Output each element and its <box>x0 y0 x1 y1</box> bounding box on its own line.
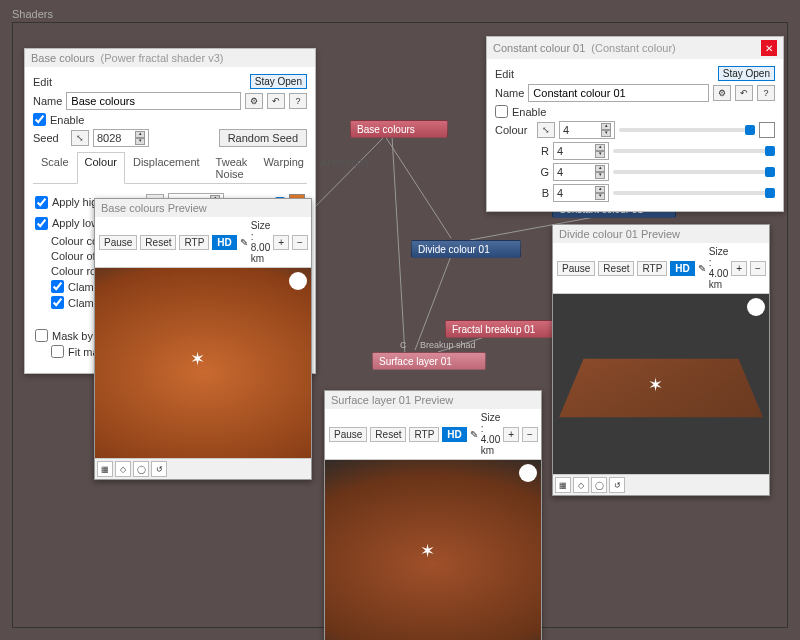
hd-button[interactable]: HD <box>442 427 466 442</box>
fit-mask-checkbox[interactable] <box>51 345 64 358</box>
b-slider[interactable] <box>613 191 775 195</box>
reset-button[interactable]: Reset <box>140 235 176 250</box>
node-fractal-breakup[interactable]: Fractal breakup 01 <box>445 320 569 338</box>
g-slider[interactable] <box>613 170 775 174</box>
tab-warping[interactable]: Warping <box>255 152 312 184</box>
name-input[interactable] <box>528 84 709 102</box>
tool-icon[interactable]: ◇ <box>573 477 589 493</box>
tool-icon[interactable]: ▦ <box>555 477 571 493</box>
minus-button[interactable]: − <box>750 261 766 276</box>
size-label: Size : 8.00 km <box>251 220 270 264</box>
random-seed-button[interactable]: Random Seed <box>219 129 307 147</box>
reset-button[interactable]: Reset <box>598 261 634 276</box>
preview-title: Base colours Preview <box>95 199 311 217</box>
enable-checkbox[interactable] <box>495 105 508 118</box>
panel-title: Base colours <box>31 52 95 64</box>
plus-button[interactable]: + <box>503 427 519 442</box>
settings-icon[interactable]: ⚙ <box>713 85 731 101</box>
g-input[interactable]: 4▴▾ <box>553 163 609 181</box>
hd-button[interactable]: HD <box>670 261 694 276</box>
size-label: Size : 4.00 km <box>481 412 500 456</box>
undo-icon[interactable]: ↶ <box>735 85 753 101</box>
name-label: Name <box>33 95 62 107</box>
tab-scale[interactable]: Scale <box>33 152 77 184</box>
pause-button[interactable]: Pause <box>557 261 595 276</box>
r-input[interactable]: 4▴▾ <box>553 142 609 160</box>
reset-button[interactable]: Reset <box>370 427 406 442</box>
minus-button[interactable]: − <box>522 427 538 442</box>
tool-icon[interactable]: ↺ <box>151 461 167 477</box>
size-label: Size : 4.00 km <box>709 246 728 290</box>
preview-title: Surface layer 01 Preview <box>325 391 541 409</box>
help-icon[interactable]: ? <box>757 85 775 101</box>
undo-icon[interactable]: ↶ <box>267 93 285 109</box>
tool-icon[interactable]: ↺ <box>609 477 625 493</box>
preview-title: Divide colour 01 Preview <box>553 225 769 243</box>
clamp1-checkbox[interactable] <box>51 280 64 293</box>
colour-swatch[interactable] <box>759 122 775 138</box>
brush-icon[interactable]: ✎ <box>470 429 478 440</box>
stay-open-button[interactable]: Stay Open <box>718 66 775 81</box>
plus-button[interactable]: + <box>731 261 747 276</box>
stay-open-button[interactable]: Stay Open <box>250 74 307 89</box>
colour-label: Colour <box>495 124 533 136</box>
rtp-button[interactable]: RTP <box>409 427 439 442</box>
enable-label: Enable <box>50 114 84 126</box>
pause-button[interactable]: Pause <box>329 427 367 442</box>
edit-menu[interactable]: Edit <box>495 68 514 80</box>
colour-input[interactable]: 4▴▾ <box>559 121 615 139</box>
tab-displacement[interactable]: Displacement <box>125 152 208 184</box>
mask-checkbox[interactable] <box>35 329 48 342</box>
rtp-button[interactable]: RTP <box>637 261 667 276</box>
colour-slider[interactable] <box>619 128 755 132</box>
sun-icon[interactable] <box>289 272 307 290</box>
enable-checkbox[interactable] <box>33 113 46 126</box>
tab-animation[interactable]: Animation <box>312 152 377 184</box>
close-icon[interactable]: ✕ <box>761 40 777 56</box>
panel-subtitle: (Power fractal shader v3) <box>101 52 224 64</box>
tool-icon[interactable]: ◇ <box>115 461 131 477</box>
node-port-c: C <box>400 340 407 350</box>
clamp2-checkbox[interactable] <box>51 296 64 309</box>
plus-button[interactable]: + <box>273 235 289 250</box>
panel-title: Constant colour 01 <box>493 42 585 54</box>
tab-tweak-noise[interactable]: Tweak Noise <box>208 152 256 184</box>
panel-subtitle: (Constant colour) <box>591 42 675 54</box>
apply-low-checkbox[interactable] <box>35 217 48 230</box>
minus-button[interactable]: − <box>292 235 308 250</box>
tool-icon[interactable]: ◯ <box>591 477 607 493</box>
seed-label: Seed <box>33 132 67 144</box>
help-icon[interactable]: ? <box>289 93 307 109</box>
brush-icon[interactable]: ✎ <box>698 263 706 274</box>
edit-menu[interactable]: Edit <box>33 76 52 88</box>
seed-mode-icon[interactable]: ⤡ <box>71 130 89 146</box>
rtp-button[interactable]: RTP <box>179 235 209 250</box>
brush-icon[interactable]: ✎ <box>240 237 248 248</box>
tool-icon[interactable]: ◯ <box>133 461 149 477</box>
name-input[interactable] <box>66 92 241 110</box>
colour-co-label: Colour co <box>51 235 98 247</box>
shaders-header: Shaders <box>12 8 53 20</box>
seed-input[interactable]: 8028▴▾ <box>93 129 149 147</box>
r-slider[interactable] <box>613 149 775 153</box>
node-base-colours[interactable]: Base colours <box>350 120 448 138</box>
sun-icon[interactable] <box>519 464 537 482</box>
colour-off-label: Colour off <box>51 250 99 262</box>
settings-icon[interactable]: ⚙ <box>245 93 263 109</box>
node-divide-colour[interactable]: Divide colour 01 <box>411 240 521 258</box>
tab-colour[interactable]: Colour <box>77 152 125 184</box>
base-colours-preview: Base colours Preview Pause Reset RTP HD … <box>94 198 312 480</box>
tabs: Scale Colour Displacement Tweak Noise Wa… <box>33 151 307 184</box>
hd-button[interactable]: HD <box>212 235 236 250</box>
constant-colour-panel: Constant colour 01 (Constant colour) ✕ E… <box>486 36 784 212</box>
pause-button[interactable]: Pause <box>99 235 137 250</box>
pick-icon[interactable]: ⤡ <box>537 122 555 138</box>
tool-icon[interactable]: ▦ <box>97 461 113 477</box>
node-port-breakup: Breakup shad <box>420 340 476 350</box>
b-input[interactable]: 4▴▾ <box>553 184 609 202</box>
surface-layer-preview: Surface layer 01 Preview Pause Reset RTP… <box>324 390 542 640</box>
apply-high-checkbox[interactable] <box>35 196 48 209</box>
sun-icon[interactable] <box>747 298 765 316</box>
name-label: Name <box>495 87 524 99</box>
node-surface-layer[interactable]: Surface layer 01 <box>372 352 486 370</box>
